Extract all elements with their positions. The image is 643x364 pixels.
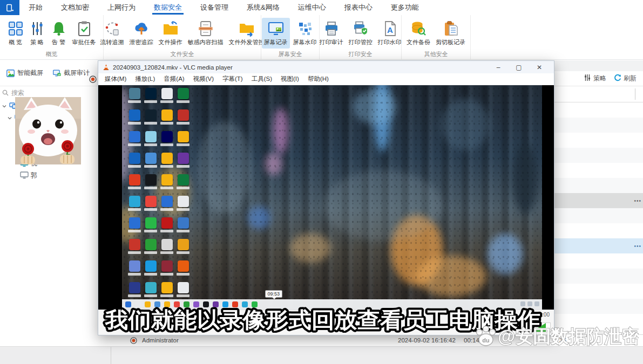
- table-row[interactable]: [554, 314, 643, 329]
- vlc-video-area[interactable]: 09:53: [98, 85, 554, 310]
- icon-label: [144, 294, 157, 297]
- ribbon-button-file-outgoing-control[interactable]: 文件外发管控: [227, 18, 267, 49]
- app-icon: [145, 239, 157, 250]
- ribbon-button-flow-trace[interactable]: 流转追溯: [98, 18, 126, 49]
- record-user: Administrator: [142, 337, 179, 344]
- ribbon-button-leak-trace[interactable]: 泄密追踪: [127, 18, 155, 49]
- tab-screenshot-audit[interactable]: 截屏审计: [53, 68, 90, 78]
- search-icon: [2, 90, 9, 96]
- table-row[interactable]: [554, 148, 643, 163]
- table-row[interactable]: [554, 133, 643, 148]
- ribbon-button-clipboard-record[interactable]: 剪切板记录: [434, 18, 468, 49]
- ribbon-button-label: 敏感内容扫描: [188, 38, 224, 46]
- vlc-window: 20240903_120824.mkv - VLC media player –…: [98, 60, 554, 335]
- menu-item-start[interactable]: 开始: [19, 0, 52, 15]
- ribbon-button-print-watermark[interactable]: A打印水印: [376, 18, 404, 49]
- record-dot-icon[interactable]: [89, 75, 97, 83]
- table-row[interactable]: [554, 269, 643, 284]
- toolbar-action-refresh[interactable]: 刷新: [614, 74, 637, 83]
- tree-item-label: 郭: [31, 171, 37, 180]
- app-window-icon: [6, 4, 14, 12]
- ribbon-button-screen-watermark[interactable]: 屏幕水印: [291, 18, 319, 49]
- vlc-window-title: 20240903_120824.mkv - VLC media player: [113, 64, 485, 71]
- app-logo-button[interactable]: [0, 0, 19, 15]
- tab-smart-screenshot[interactable]: 智能截屏: [6, 68, 43, 78]
- ribbon-button-label: 文件操作: [159, 38, 182, 46]
- ribbon-button-screen-record[interactable]: 屏幕记录: [262, 18, 290, 49]
- desktop-icon: [126, 239, 143, 260]
- overview-grid-icon: [8, 20, 24, 37]
- table-row[interactable]: [554, 223, 643, 238]
- icon-label: [144, 208, 157, 211]
- ribbon-button-alert[interactable]: 告 警: [49, 18, 69, 49]
- ribbon-group-file-security: 流转追溯泄密追踪文件操作敏感内容扫描文件外发管控文件安全: [104, 15, 261, 59]
- picture-icon: [6, 70, 15, 77]
- table-row[interactable]: [554, 102, 643, 118]
- ribbon-button-label: 泄密追踪: [130, 38, 153, 46]
- vlc-controls-bar[interactable]: 30:00: [98, 310, 554, 335]
- recording-entry-row[interactable]: Administrator 2024-09-02 16:16:42 00:14:…: [98, 334, 643, 346]
- app-icon: [178, 239, 189, 250]
- menu-item-data-security[interactable]: 数据安全: [145, 0, 191, 15]
- icon-label: [160, 273, 173, 276]
- bottom-strip: [0, 346, 643, 364]
- menu-item-more-features[interactable]: 更多功能: [382, 0, 428, 15]
- volume-slider[interactable]: [531, 322, 551, 332]
- menu-item-system-network[interactable]: 系统&网络: [238, 0, 289, 15]
- ribbon-button-approval-task[interactable]: 审批任务: [70, 18, 98, 49]
- close-button[interactable]: ✕: [529, 64, 550, 71]
- row-more-button[interactable]: •••: [634, 243, 641, 249]
- desktop-icon: [159, 153, 175, 174]
- ribbon-button-policy[interactable]: 策 略: [27, 18, 48, 49]
- table-row[interactable]: [554, 178, 643, 193]
- ribbon-group-label: 打印安全: [321, 50, 400, 59]
- menu-item-doc-encrypt[interactable]: 文档加密: [52, 0, 98, 15]
- monitor-offline-icon: [20, 171, 29, 179]
- table-row[interactable]: [554, 208, 643, 223]
- row-more-button[interactable]: •••: [634, 198, 641, 204]
- menu-item-web-behavior[interactable]: 上网行为: [98, 0, 145, 15]
- desktop-icon: [175, 196, 191, 217]
- ribbon-button-file-backup[interactable]: 文件备份: [404, 18, 432, 49]
- table-row[interactable]: [554, 284, 643, 299]
- filter-row[interactable]: [554, 86, 643, 102]
- vlc-menu-view[interactable]: 视图(I): [276, 75, 303, 83]
- table-row[interactable]: [554, 299, 643, 314]
- toolbar-action-policy[interactable]: 策略: [584, 74, 606, 83]
- maximize-button[interactable]: ▢: [509, 64, 529, 71]
- desktop-icon: [143, 109, 159, 131]
- icon-label: [177, 122, 189, 125]
- table-row[interactable]: [554, 253, 643, 269]
- table-row[interactable]: [554, 163, 643, 178]
- table-row[interactable]: •••: [554, 238, 643, 253]
- vlc-menu-subtitle[interactable]: 字幕(T): [218, 75, 247, 83]
- vlc-menu-audio[interactable]: 音频(A): [159, 75, 188, 83]
- ribbon-button-file-ops[interactable]: 文件操作: [157, 18, 185, 49]
- ribbon-button-content-scan[interactable]: 敏感内容扫描: [186, 18, 226, 49]
- desktop-icon: [175, 109, 191, 131]
- vlc-menu-media[interactable]: 媒体(M): [100, 75, 131, 83]
- ribbon-button-print-control[interactable]: 打印管控: [347, 18, 375, 49]
- ribbon-button-print-audit[interactable]: 打印审计: [317, 18, 346, 49]
- vlc-menu-tools[interactable]: 工具(S): [247, 75, 276, 83]
- menu-item-ops-center[interactable]: 运维中心: [289, 0, 335, 15]
- ribbon-button-overview[interactable]: 概 览: [5, 18, 26, 49]
- vlc-menu-video[interactable]: 视频(V): [189, 75, 218, 83]
- vlc-titlebar[interactable]: 20240903_120824.mkv - VLC media player –…: [98, 61, 554, 73]
- icon-label: [160, 187, 173, 189]
- vlc-menu-playback[interactable]: 播放(L): [131, 75, 159, 83]
- record-table: ••••••: [554, 102, 643, 329]
- vlc-menu-help[interactable]: 帮助(H): [303, 75, 333, 83]
- menu-item-report-center[interactable]: 报表中心: [335, 0, 382, 15]
- desktop-icon: [126, 196, 143, 217]
- table-row[interactable]: •••: [554, 193, 643, 208]
- ribbon-group-label: 其他安全: [403, 50, 469, 59]
- ribbon-group-other-security: 文件备份剪切板记录其他安全: [402, 15, 471, 59]
- table-row[interactable]: [554, 118, 643, 133]
- menu-item-device-mgmt[interactable]: 设备管理: [191, 0, 238, 15]
- minimize-button[interactable]: –: [488, 64, 509, 71]
- printer-shield-icon: [353, 20, 369, 37]
- tree-item-guo[interactable]: 郭: [0, 169, 98, 181]
- ribbon-group-screen-security: 屏幕记录屏幕水印屏幕安全: [261, 15, 320, 59]
- leak-cloud-icon: [133, 20, 150, 37]
